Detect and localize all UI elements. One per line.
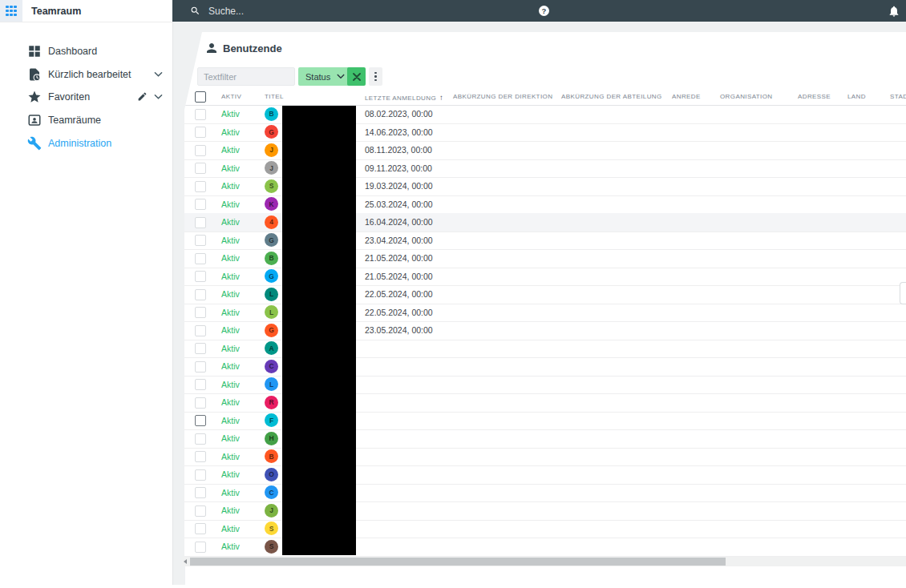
avatar: J bbox=[265, 161, 278, 175]
avatar: S bbox=[265, 540, 278, 554]
global-search[interactable] bbox=[190, 0, 419, 22]
row-checkbox[interactable] bbox=[195, 253, 206, 264]
teamrooms-icon bbox=[27, 113, 42, 127]
status-badge: Aktiv bbox=[221, 325, 240, 335]
sidebar-item-teamrooms[interactable]: Teamräume bbox=[0, 109, 172, 131]
row-checkbox[interactable] bbox=[195, 487, 206, 498]
sidebar-item-recently-edited[interactable]: Kürzlich bearbeitet bbox=[0, 63, 172, 86]
column-header[interactable]: ABKÜRZUNG DER ABTEILUNG bbox=[561, 93, 662, 100]
last-login-value: 25.03.2024, 00:00 bbox=[365, 199, 433, 209]
search-input[interactable] bbox=[207, 5, 419, 18]
last-login-value: 22.05.2024, 00:00 bbox=[365, 308, 433, 317]
content-background bbox=[172, 22, 185, 585]
row-checkbox[interactable] bbox=[195, 415, 206, 426]
row-checkbox[interactable] bbox=[195, 325, 206, 336]
sidebar-header: Teamraum bbox=[0, 0, 172, 22]
avatar: G bbox=[265, 125, 278, 139]
column-header[interactable]: LAND bbox=[847, 93, 866, 100]
avatar: L bbox=[265, 377, 278, 391]
sidebar-item-dashboard[interactable]: Dashboard bbox=[0, 40, 172, 62]
status-badge: Aktiv bbox=[221, 163, 240, 173]
avatar: G bbox=[265, 324, 278, 337]
column-header[interactable]: ANREDE bbox=[672, 93, 701, 100]
status-badge: Aktiv bbox=[221, 397, 240, 407]
avatar: 4 bbox=[265, 215, 278, 229]
sort-ascending-icon[interactable]: ↑ bbox=[439, 93, 443, 102]
select-all-checkbox[interactable] bbox=[195, 91, 206, 103]
row-checkbox[interactable] bbox=[195, 289, 206, 300]
avatar: G bbox=[265, 269, 278, 283]
app-launcher-button[interactable] bbox=[0, 0, 22, 22]
row-checkbox[interactable] bbox=[195, 199, 206, 210]
sidebar-item-label: Kürzlich bearbeitet bbox=[48, 69, 131, 80]
row-checkbox[interactable] bbox=[195, 505, 206, 517]
avatar: A bbox=[265, 341, 278, 355]
column-header[interactable]: LETZTE ANMELDUNG↑ bbox=[365, 93, 443, 102]
status-badge: Aktiv bbox=[221, 181, 240, 191]
avatar: G bbox=[265, 233, 278, 247]
bell-icon[interactable] bbox=[888, 5, 900, 18]
avatar: L bbox=[265, 288, 278, 301]
textfilter-input[interactable] bbox=[197, 67, 295, 86]
row-checkbox[interactable] bbox=[195, 469, 206, 481]
row-checkbox[interactable] bbox=[195, 181, 206, 192]
column-header[interactable]: ORGANISATION bbox=[720, 93, 773, 100]
status-badge: Aktiv bbox=[221, 344, 240, 353]
avatar: K bbox=[265, 197, 278, 211]
star-icon bbox=[27, 90, 42, 104]
app-title: Teamraum bbox=[31, 6, 81, 17]
more-options-button[interactable] bbox=[369, 67, 382, 86]
vertical-scrollbar-thumb[interactable] bbox=[900, 282, 906, 304]
last-login-value: 16.04.2024, 00:00 bbox=[365, 217, 433, 227]
avatar: R bbox=[265, 396, 278, 409]
row-checkbox[interactable] bbox=[195, 523, 206, 534]
chevron-down-icon[interactable] bbox=[154, 71, 163, 78]
avatar: B bbox=[265, 449, 278, 463]
row-checkbox[interactable] bbox=[195, 451, 206, 462]
row-checkbox[interactable] bbox=[195, 127, 206, 138]
status-badge: Aktiv bbox=[221, 452, 240, 461]
row-checkbox[interactable] bbox=[195, 271, 206, 282]
last-login-value: 23.05.2024, 00:00 bbox=[365, 325, 433, 335]
chevron-down-icon[interactable] bbox=[154, 94, 163, 100]
row-checkbox[interactable] bbox=[195, 235, 206, 246]
column-header[interactable]: STADT bbox=[890, 93, 906, 100]
status-badge: Aktiv bbox=[221, 488, 240, 497]
row-checkbox[interactable] bbox=[195, 379, 206, 390]
row-checkbox[interactable] bbox=[195, 343, 206, 354]
status-badge: Aktiv bbox=[221, 236, 240, 245]
avatar: L bbox=[265, 305, 278, 319]
avatar: J bbox=[265, 504, 278, 518]
help-icon[interactable]: ? bbox=[539, 6, 549, 16]
content-background bbox=[172, 22, 906, 32]
column-header[interactable]: ABKÜRZUNG DER DIREKTION bbox=[453, 93, 552, 100]
edit-pencil-icon[interactable] bbox=[137, 91, 148, 102]
row-checkbox[interactable] bbox=[195, 145, 206, 156]
column-header[interactable]: TITEL bbox=[265, 93, 284, 100]
horizontal-scrollbar-thumb[interactable] bbox=[190, 558, 726, 566]
app-window: Teamraum ? Dashboard Kürzlic bbox=[0, 0, 906, 588]
status-filter-dropdown[interactable]: Status bbox=[298, 67, 352, 86]
row-checkbox[interactable] bbox=[195, 433, 206, 445]
row-checkbox[interactable] bbox=[195, 163, 206, 174]
scroll-left-arrow-icon[interactable] bbox=[184, 559, 187, 564]
row-checkbox[interactable] bbox=[195, 542, 206, 553]
apps-grid-icon bbox=[6, 6, 17, 17]
column-header[interactable]: ADRESSE bbox=[798, 93, 831, 100]
avatar: H bbox=[265, 432, 278, 445]
clear-filter-button[interactable] bbox=[347, 67, 366, 86]
row-checkbox[interactable] bbox=[195, 307, 206, 318]
sidebar-item-administration[interactable]: Administration bbox=[0, 132, 172, 155]
column-header[interactable]: AKTIV bbox=[221, 93, 241, 100]
status-badge: Aktiv bbox=[221, 217, 240, 227]
status-filter-label: Status bbox=[305, 72, 330, 82]
row-checkbox[interactable] bbox=[195, 217, 206, 228]
sidebar-item-favorites[interactable]: Favoriten bbox=[0, 86, 172, 108]
sidebar-item-label: Administration bbox=[48, 138, 111, 149]
row-checkbox[interactable] bbox=[195, 109, 206, 120]
status-badge: Aktiv bbox=[221, 416, 240, 425]
status-badge: Aktiv bbox=[221, 199, 240, 209]
row-checkbox[interactable] bbox=[195, 361, 206, 373]
topbar: ? bbox=[172, 0, 906, 22]
row-checkbox[interactable] bbox=[195, 397, 206, 409]
